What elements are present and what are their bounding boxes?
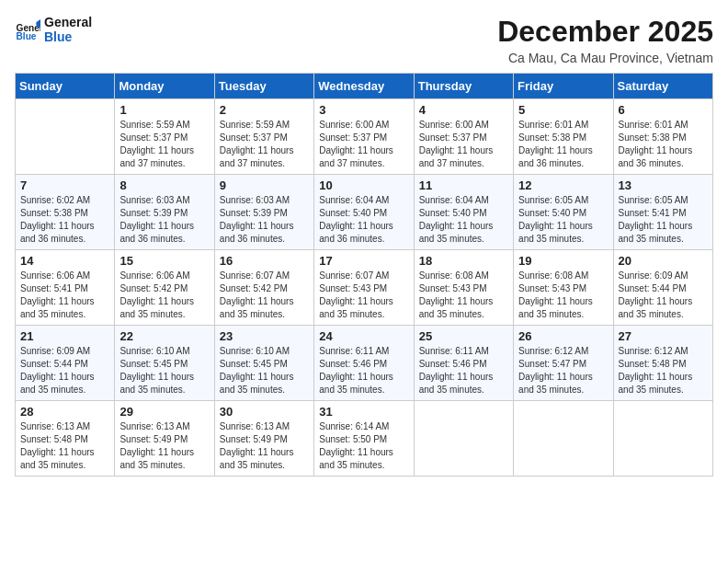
calendar-cell: 21Sunrise: 6:09 AM Sunset: 5:44 PM Dayli… <box>16 326 115 401</box>
calendar-cell: 20Sunrise: 6:09 AM Sunset: 5:44 PM Dayli… <box>613 250 712 326</box>
day-info: Sunrise: 6:01 AM Sunset: 5:38 PM Dayligh… <box>518 119 608 170</box>
day-number: 23 <box>220 329 309 343</box>
day-number: 7 <box>20 178 109 192</box>
svg-text:Blue: Blue <box>17 31 37 41</box>
day-number: 6 <box>619 103 708 117</box>
day-number: 24 <box>319 329 408 343</box>
calendar-week-row: 21Sunrise: 6:09 AM Sunset: 5:44 PM Dayli… <box>16 326 713 401</box>
day-number: 11 <box>419 178 508 192</box>
day-number: 4 <box>419 103 508 117</box>
weekday-header-saturday: Saturday <box>613 74 712 99</box>
day-info: Sunrise: 6:03 AM Sunset: 5:39 PM Dayligh… <box>220 194 309 246</box>
day-info: Sunrise: 6:11 AM Sunset: 5:46 PM Dayligh… <box>319 345 408 396</box>
calendar-cell: 15Sunrise: 6:06 AM Sunset: 5:42 PM Dayli… <box>115 250 214 326</box>
calendar-week-row: 14Sunrise: 6:06 AM Sunset: 5:41 PM Dayli… <box>16 250 713 326</box>
day-info: Sunrise: 6:06 AM Sunset: 5:42 PM Dayligh… <box>119 270 209 321</box>
calendar-cell: 23Sunrise: 6:10 AM Sunset: 5:45 PM Dayli… <box>214 326 313 401</box>
day-number: 8 <box>119 178 209 192</box>
day-info: Sunrise: 6:04 AM Sunset: 5:40 PM Dayligh… <box>419 194 508 246</box>
day-info: Sunrise: 6:05 AM Sunset: 5:40 PM Dayligh… <box>518 194 608 246</box>
day-info: Sunrise: 6:12 AM Sunset: 5:48 PM Dayligh… <box>619 345 708 396</box>
weekday-header-wednesday: Wednesday <box>314 74 414 99</box>
day-info: Sunrise: 6:03 AM Sunset: 5:39 PM Dayligh… <box>119 194 209 246</box>
day-number: 26 <box>518 329 608 343</box>
day-info: Sunrise: 6:10 AM Sunset: 5:45 PM Dayligh… <box>119 345 209 396</box>
weekday-header-friday: Friday <box>514 74 613 99</box>
calendar-cell: 24Sunrise: 6:11 AM Sunset: 5:46 PM Dayli… <box>314 326 414 401</box>
day-number: 9 <box>220 178 309 192</box>
day-info: Sunrise: 6:02 AM Sunset: 5:38 PM Dayligh… <box>20 194 109 246</box>
logo-blue: Blue <box>44 29 92 44</box>
logo-icon: General Blue <box>15 17 40 42</box>
day-number: 12 <box>518 178 608 192</box>
day-number: 5 <box>518 103 608 117</box>
day-number: 14 <box>20 254 109 268</box>
calendar-cell: 16Sunrise: 6:07 AM Sunset: 5:42 PM Dayli… <box>214 250 313 326</box>
weekday-header-thursday: Thursday <box>414 74 513 99</box>
calendar-cell: 30Sunrise: 6:13 AM Sunset: 5:49 PM Dayli… <box>214 401 313 477</box>
calendar-cell: 6Sunrise: 6:01 AM Sunset: 5:38 PM Daylig… <box>613 99 712 175</box>
calendar-cell <box>16 99 115 175</box>
calendar-cell: 18Sunrise: 6:08 AM Sunset: 5:43 PM Dayli… <box>414 250 513 326</box>
day-info: Sunrise: 6:08 AM Sunset: 5:43 PM Dayligh… <box>419 270 508 321</box>
calendar-cell: 12Sunrise: 6:05 AM Sunset: 5:40 PM Dayli… <box>514 175 613 250</box>
day-info: Sunrise: 6:08 AM Sunset: 5:43 PM Dayligh… <box>518 270 608 321</box>
calendar-cell: 19Sunrise: 6:08 AM Sunset: 5:43 PM Dayli… <box>514 250 613 326</box>
calendar-cell: 5Sunrise: 6:01 AM Sunset: 5:38 PM Daylig… <box>514 99 613 175</box>
calendar-cell <box>414 401 513 477</box>
calendar-cell: 7Sunrise: 6:02 AM Sunset: 5:38 PM Daylig… <box>16 175 115 250</box>
day-number: 31 <box>319 405 408 419</box>
day-info: Sunrise: 6:07 AM Sunset: 5:42 PM Dayligh… <box>220 270 309 321</box>
calendar-cell: 26Sunrise: 6:12 AM Sunset: 5:47 PM Dayli… <box>514 326 613 401</box>
calendar-cell: 10Sunrise: 6:04 AM Sunset: 5:40 PM Dayli… <box>314 175 414 250</box>
day-number: 25 <box>419 329 508 343</box>
calendar-title: December 2025 <box>497 15 713 49</box>
day-number: 19 <box>518 254 608 268</box>
calendar-cell: 22Sunrise: 6:10 AM Sunset: 5:45 PM Dayli… <box>115 326 214 401</box>
day-info: Sunrise: 6:01 AM Sunset: 5:38 PM Dayligh… <box>619 119 708 170</box>
calendar-cell: 1Sunrise: 5:59 AM Sunset: 5:37 PM Daylig… <box>115 99 214 175</box>
page-header: General Blue General Blue December 2025 … <box>15 15 713 65</box>
day-info: Sunrise: 6:00 AM Sunset: 5:37 PM Dayligh… <box>419 119 508 170</box>
day-number: 16 <box>220 254 309 268</box>
day-number: 2 <box>220 103 309 117</box>
calendar-week-row: 28Sunrise: 6:13 AM Sunset: 5:48 PM Dayli… <box>16 401 713 477</box>
calendar-cell: 25Sunrise: 6:11 AM Sunset: 5:46 PM Dayli… <box>414 326 513 401</box>
day-info: Sunrise: 6:00 AM Sunset: 5:37 PM Dayligh… <box>319 119 408 170</box>
calendar-cell: 27Sunrise: 6:12 AM Sunset: 5:48 PM Dayli… <box>613 326 712 401</box>
day-info: Sunrise: 6:05 AM Sunset: 5:41 PM Dayligh… <box>619 194 708 246</box>
day-number: 29 <box>119 405 209 419</box>
day-info: Sunrise: 6:10 AM Sunset: 5:45 PM Dayligh… <box>220 345 309 396</box>
day-info: Sunrise: 6:12 AM Sunset: 5:47 PM Dayligh… <box>518 345 608 396</box>
day-info: Sunrise: 6:14 AM Sunset: 5:50 PM Dayligh… <box>319 420 408 472</box>
calendar-cell: 13Sunrise: 6:05 AM Sunset: 5:41 PM Dayli… <box>613 175 712 250</box>
calendar-cell: 14Sunrise: 6:06 AM Sunset: 5:41 PM Dayli… <box>16 250 115 326</box>
day-number: 27 <box>619 329 708 343</box>
day-number: 3 <box>319 103 408 117</box>
day-info: Sunrise: 6:04 AM Sunset: 5:40 PM Dayligh… <box>319 194 408 246</box>
day-info: Sunrise: 5:59 AM Sunset: 5:37 PM Dayligh… <box>119 119 209 170</box>
calendar-cell: 17Sunrise: 6:07 AM Sunset: 5:43 PM Dayli… <box>314 250 414 326</box>
day-number: 17 <box>319 254 408 268</box>
calendar-table: SundayMondayTuesdayWednesdayThursdayFrid… <box>15 73 713 477</box>
day-number: 21 <box>20 329 109 343</box>
title-block: December 2025 Ca Mau, Ca Mau Province, V… <box>497 15 713 65</box>
calendar-cell: 4Sunrise: 6:00 AM Sunset: 5:37 PM Daylig… <box>414 99 513 175</box>
calendar-cell <box>613 401 712 477</box>
logo: General Blue General Blue <box>15 15 92 44</box>
day-number: 20 <box>619 254 708 268</box>
calendar-subtitle: Ca Mau, Ca Mau Province, Vietnam <box>497 51 713 65</box>
calendar-cell: 2Sunrise: 5:59 AM Sunset: 5:37 PM Daylig… <box>214 99 313 175</box>
day-number: 15 <box>119 254 209 268</box>
calendar-cell: 29Sunrise: 6:13 AM Sunset: 5:49 PM Dayli… <box>115 401 214 477</box>
calendar-week-row: 7Sunrise: 6:02 AM Sunset: 5:38 PM Daylig… <box>16 175 713 250</box>
day-number: 22 <box>119 329 209 343</box>
calendar-cell: 31Sunrise: 6:14 AM Sunset: 5:50 PM Dayli… <box>314 401 414 477</box>
weekday-header-row: SundayMondayTuesdayWednesdayThursdayFrid… <box>16 74 713 99</box>
calendar-cell: 8Sunrise: 6:03 AM Sunset: 5:39 PM Daylig… <box>115 175 214 250</box>
weekday-header-tuesday: Tuesday <box>214 74 313 99</box>
calendar-week-row: 1Sunrise: 5:59 AM Sunset: 5:37 PM Daylig… <box>16 99 713 175</box>
calendar-cell: 9Sunrise: 6:03 AM Sunset: 5:39 PM Daylig… <box>214 175 313 250</box>
calendar-cell <box>514 401 613 477</box>
day-info: Sunrise: 6:11 AM Sunset: 5:46 PM Dayligh… <box>419 345 508 396</box>
